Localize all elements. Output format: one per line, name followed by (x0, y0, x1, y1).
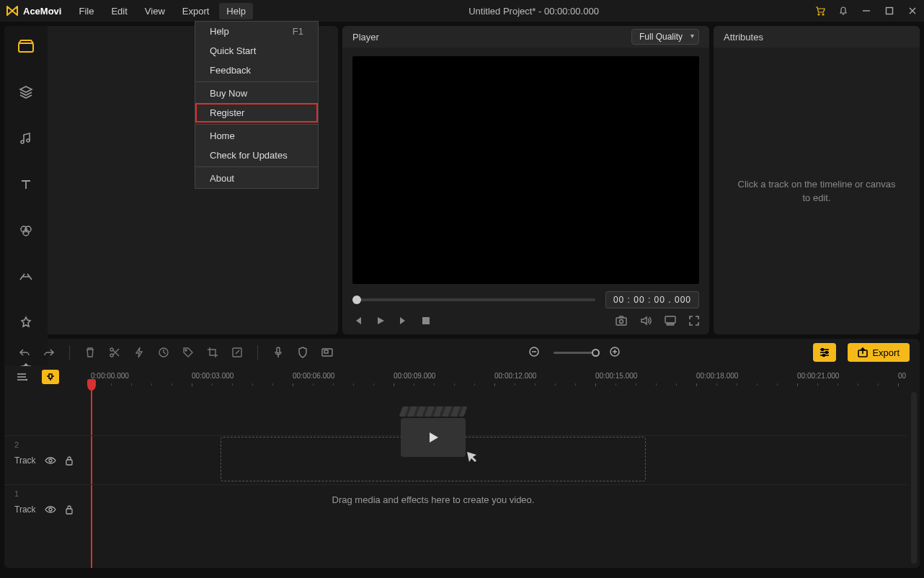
sidebar-filters-icon[interactable] (13, 218, 39, 244)
timeline-snap-button[interactable] (42, 370, 59, 384)
svg-point-48 (49, 459, 52, 462)
svg-point-5 (21, 141, 24, 143)
timeline-scrollbar[interactable] (911, 392, 917, 564)
aspect-button[interactable] (317, 342, 337, 363)
menu-items: File Edit View Export Help (71, 3, 253, 19)
zoom-in-button[interactable] (605, 342, 626, 363)
visibility-icon[interactable] (45, 505, 56, 514)
timeline-add-track-button[interactable] (14, 372, 27, 382)
svg-rect-49 (66, 460, 72, 465)
help-menu-help-label: Help (210, 26, 229, 37)
help-menu-quickstart[interactable]: Quick Start (195, 41, 318, 61)
stop-button[interactable] (422, 316, 430, 326)
sidebar-media-icon[interactable] (13, 33, 39, 59)
display-icon[interactable] (665, 316, 676, 326)
player-timecode: 00 : 00 : 00 . 000 (605, 291, 699, 308)
player-panel: Player Full Quality 00 : 00 : 00 . 000 (342, 26, 709, 334)
menubar: AceMovi File Edit View Export Help Untit… (0, 0, 924, 22)
svg-point-21 (110, 354, 113, 357)
ruler-tick: 00 (898, 372, 906, 380)
seek-knob[interactable] (352, 295, 361, 304)
dropzone-text: Drag media and effects here to create yo… (221, 494, 646, 505)
split-button[interactable] (105, 342, 125, 363)
timeline-dropzone[interactable]: Drag media and effects here to create yo… (221, 406, 646, 565)
delete-button[interactable] (80, 342, 100, 363)
quality-dropdown[interactable]: Full Quality (631, 29, 699, 45)
timeline-toolbar: Export (4, 339, 920, 366)
volume-icon[interactable] (640, 316, 652, 326)
toolbar-separator (257, 345, 258, 360)
lock-icon[interactable] (65, 455, 74, 466)
svg-rect-3 (887, 8, 893, 14)
window-title: Untitled Project* - 00:00:00.000 (253, 6, 814, 17)
help-menu-help[interactable]: HelpF1 (195, 22, 318, 41)
timeline-ruler[interactable]: 0:00:00.00000:00:03.00000:00:06.00000:00… (91, 366, 907, 388)
attributes-empty-text: Click a track on the timeline or canvas … (714, 48, 920, 334)
zoom-out-button[interactable] (525, 342, 545, 363)
snapshot-icon[interactable] (616, 316, 627, 326)
redo-button[interactable] (39, 342, 59, 363)
tag-button[interactable] (178, 342, 198, 363)
help-menu-updates[interactable]: Check for Updates (195, 146, 318, 165)
svg-point-23 (185, 350, 187, 351)
adjust-button[interactable] (813, 343, 836, 362)
zoom-slider[interactable] (554, 352, 597, 354)
shield-button[interactable] (293, 342, 313, 363)
svg-rect-19 (667, 324, 674, 325)
svg-point-6 (27, 139, 30, 142)
fullscreen-icon[interactable] (689, 316, 699, 326)
menu-help[interactable]: Help (219, 3, 253, 19)
cart-icon[interactable] (814, 5, 826, 17)
maximize-button[interactable] (884, 5, 895, 17)
export-button[interactable]: Export (848, 343, 910, 362)
help-menu-register[interactable]: Register (195, 103, 318, 123)
sidebar-audio-icon[interactable] (13, 125, 39, 151)
bell-icon[interactable] (838, 5, 849, 17)
help-menu-about[interactable]: About (195, 169, 318, 188)
ruler-tick: 00:00:15.000 (595, 372, 637, 380)
sidebar-effects-icon[interactable] (13, 310, 39, 336)
help-dropdown: HelpF1 Quick Start Feedback Buy Now Regi… (195, 21, 319, 189)
reverse-button[interactable] (154, 342, 174, 363)
svg-point-38 (823, 355, 825, 357)
lock-icon[interactable] (65, 504, 74, 515)
seek-bar[interactable] (352, 298, 595, 301)
svg-point-17 (620, 320, 623, 324)
minimize-button[interactable] (861, 5, 872, 17)
player-controls (342, 308, 709, 334)
player-title: Player (352, 32, 379, 43)
sidebar-text-icon[interactable] (13, 172, 39, 197)
ruler-tick: 00:00:06.000 (293, 372, 334, 380)
sidebar-layers-icon[interactable] (13, 79, 39, 105)
help-menu-buynow[interactable]: Buy Now (195, 84, 318, 103)
speed-button[interactable] (129, 342, 149, 363)
close-button[interactable] (907, 5, 918, 17)
attributes-header: Attributes (714, 26, 920, 48)
undo-button[interactable] (14, 342, 35, 363)
zoom-knob[interactable] (592, 349, 600, 357)
play-button[interactable] (376, 316, 386, 326)
help-menu-feedback[interactable]: Feedback (195, 61, 318, 80)
player-viewport[interactable] (352, 56, 699, 284)
menu-file[interactable]: File (71, 3, 101, 19)
prev-frame-button[interactable] (352, 316, 363, 326)
svg-point-50 (49, 508, 52, 511)
svg-rect-16 (616, 318, 626, 325)
logo-icon (6, 4, 19, 17)
next-frame-button[interactable] (399, 316, 409, 326)
dropzone-graphic (401, 406, 466, 458)
menu-view[interactable]: View (138, 3, 172, 19)
menu-export[interactable]: Export (175, 3, 217, 19)
visibility-icon[interactable] (45, 456, 56, 465)
export-icon (858, 347, 868, 357)
menu-edit[interactable]: Edit (104, 3, 134, 19)
svg-rect-27 (324, 350, 328, 353)
sidebar-transitions-icon[interactable] (13, 264, 39, 290)
svg-point-36 (822, 349, 824, 351)
svg-point-1 (822, 14, 824, 15)
help-menu-home[interactable]: Home (195, 126, 318, 146)
svg-point-0 (818, 14, 819, 15)
voiceover-button[interactable] (268, 342, 288, 363)
edit-button[interactable] (227, 342, 247, 363)
crop-button[interactable] (203, 342, 223, 363)
